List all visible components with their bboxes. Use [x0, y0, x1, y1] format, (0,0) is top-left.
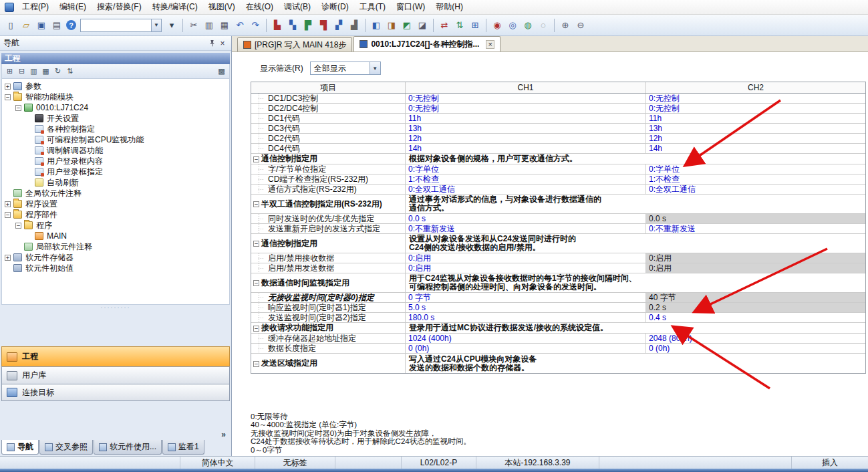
nav-collapse-all-icon[interactable]: ⊟ — [16, 66, 27, 77]
ch2-value-cell[interactable]: 2048 (800h) — [646, 334, 865, 343]
ch2-value-cell[interactable]: 0.0 s — [646, 214, 865, 223]
ch1-value-cell[interactable]: 0:无控制 — [406, 94, 646, 103]
menu-item[interactable]: 调试(B) — [279, 0, 316, 15]
ch2-value-cell[interactable]: 0:启用 — [646, 253, 865, 263]
tree-item-开关设置[interactable]: 开关设置 — [2, 113, 229, 124]
tree-item-全局软元件注释[interactable]: 全局软元件注释 — [2, 188, 229, 199]
ch1-value-cell[interactable]: 1024 (400h) — [406, 334, 646, 343]
expand-icon[interactable]: + — [5, 255, 11, 261]
ch1-value-cell[interactable]: 0 字节 — [406, 293, 646, 302]
ch2-value-cell[interactable]: 0:无控制 — [646, 104, 865, 113]
monitor-start-icon[interactable]: ◉ — [490, 18, 504, 33]
ch1-value-cell[interactable]: 180.0 s — [406, 313, 646, 322]
ch1-value-cell[interactable]: 0:全双工通信 — [406, 185, 646, 194]
tree-item-各种控制指定[interactable]: 各种控制指定 — [2, 124, 229, 134]
ch2-value-cell[interactable]: 0.2 s — [646, 303, 865, 312]
ch1-value-cell[interactable]: 1:不检查 — [406, 174, 646, 184]
ladder-coil-icon[interactable]: ▛ — [301, 18, 315, 33]
ch1-value-cell[interactable]: 12h — [406, 134, 646, 143]
chevron-down-icon[interactable]: ▼ — [370, 62, 380, 74]
read-from-plc-icon[interactable]: ⇅ — [452, 18, 467, 33]
ch2-value-cell[interactable]: 0:全双工通信 — [646, 185, 865, 194]
collapse-icon[interactable]: − — [253, 280, 259, 286]
expand-icon[interactable]: + — [5, 201, 11, 207]
tree-item-参数[interactable]: +参数 — [2, 81, 229, 92]
program-select-combo[interactable]: ▼ — [80, 19, 162, 32]
ch1-value-cell[interactable]: 0 (0h) — [406, 344, 646, 353]
tree-item-MAIN[interactable]: MAIN — [2, 231, 229, 241]
collapse-icon[interactable]: − — [15, 105, 21, 111]
ch2-value-cell[interactable]: 0:启用 — [646, 263, 865, 273]
undo-icon[interactable]: ↶ — [233, 18, 247, 33]
apply-selection-icon[interactable]: ▾ — [164, 18, 179, 33]
device-memory-icon[interactable]: ◪ — [415, 18, 430, 33]
collapse-icon[interactable]: − — [5, 212, 11, 218]
print-icon[interactable]: ▤ — [49, 18, 64, 33]
help-icon[interactable]: ? — [66, 20, 76, 30]
zoom-out-icon[interactable]: ⊖ — [573, 18, 588, 33]
tree-item-程序[interactable]: −程序 — [2, 220, 229, 231]
menu-item[interactable]: 工程(P) — [17, 0, 54, 15]
statement-icon[interactable]: ◨ — [384, 18, 399, 33]
ladder-convert-icon[interactable]: ▜ — [316, 18, 331, 33]
ch2-value-cell[interactable]: 0 (0h) — [646, 344, 865, 353]
menu-item[interactable]: 编辑(E) — [54, 0, 92, 15]
ch2-value-cell[interactable]: 0:无控制 — [646, 94, 865, 103]
menu-item[interactable]: 工具(T) — [354, 0, 391, 15]
ch2-value-cell[interactable]: 0:字单位 — [646, 164, 865, 174]
open-project-icon[interactable]: ▱ — [19, 18, 33, 33]
copy-icon[interactable]: ▥ — [202, 18, 216, 33]
tree-item-自动刷新[interactable]: 自动刷新 — [2, 177, 229, 188]
nav-settings-icon[interactable]: ▩ — [216, 66, 227, 77]
collapse-icon[interactable]: − — [253, 156, 259, 162]
ch2-value-cell[interactable]: 11h — [646, 114, 865, 123]
collapse-icon[interactable]: − — [253, 326, 259, 332]
collapse-icon[interactable]: − — [253, 241, 259, 247]
ch2-value-cell[interactable]: 13h — [646, 124, 865, 133]
nav-copy-icon[interactable]: ▥ — [28, 66, 39, 77]
doc-tab[interactable]: [PRG]R 写入 MAIN 418步 — [237, 37, 352, 51]
tree-item-软元件初始值[interactable]: 软元件初始值 — [2, 263, 229, 273]
menu-item[interactable]: 转换/编译(C) — [147, 0, 203, 15]
new-project-icon[interactable]: ▯ — [3, 18, 18, 33]
collapse-icon[interactable]: − — [253, 201, 259, 207]
cut-icon[interactable]: ✂ — [186, 18, 201, 33]
collapse-icon[interactable]: − — [15, 223, 21, 229]
nav-expand-all-icon[interactable]: ⊞ — [4, 66, 15, 77]
expand-icon[interactable]: + — [5, 84, 11, 90]
ch1-value-cell[interactable]: 0:启用 — [406, 263, 646, 273]
ch1-value-cell[interactable]: 5.0 s — [406, 303, 646, 312]
ch1-value-cell[interactable]: 0:无控制 — [406, 104, 646, 113]
close-icon[interactable]: × — [217, 38, 228, 49]
doc-tab[interactable]: 0010:LJ71C24[]-各种控制指...× — [353, 36, 500, 51]
ch1-value-cell[interactable]: 0:不重新发送 — [406, 224, 646, 233]
tree-item-局部软元件注释[interactable]: 局部软元件注释 — [2, 241, 229, 252]
tree-item-程序设置[interactable]: +程序设置 — [2, 199, 229, 209]
tree-item-调制解调器功能[interactable]: 调制解调器功能 — [2, 145, 229, 156]
ladder-close-contact-icon[interactable]: ▚ — [285, 18, 300, 33]
menu-item[interactable]: 帮助(H) — [430, 0, 468, 15]
ch1-value-cell[interactable]: 0:启用 — [406, 253, 646, 263]
view-button-用户库[interactable]: 用户库 — [1, 366, 230, 384]
panel-tab-监看1[interactable]: 监看1 — [162, 440, 204, 455]
view-button-工程[interactable]: 工程 — [1, 346, 230, 366]
tree-item-0010:LJ71C24[interactable]: −0010:LJ71C24 — [2, 102, 229, 113]
monitor-stop-icon[interactable]: ◎ — [505, 18, 520, 33]
tree-item-用户登录框内容[interactable]: 用户登录框内容 — [2, 156, 229, 166]
ch1-value-cell[interactable]: 0:字单位 — [406, 164, 646, 174]
close-icon[interactable]: × — [486, 40, 494, 49]
tree-item-用户登录框指定[interactable]: 用户登录框指定 — [2, 166, 229, 177]
save-icon[interactable]: ▣ — [34, 18, 49, 33]
zoom-in-icon[interactable]: ⊕ — [558, 18, 573, 33]
monitor-write-mode-icon[interactable]: ◍ — [521, 18, 535, 33]
ladder-delete-icon[interactable]: ▟ — [347, 18, 361, 33]
device-comment-icon[interactable]: ◧ — [369, 18, 384, 33]
chevron-down-icon[interactable]: ▼ — [151, 19, 161, 31]
nav-paste-icon[interactable]: ▦ — [40, 66, 51, 77]
ch2-value-cell[interactable]: 40 字节 — [646, 293, 865, 302]
verify-with-plc-icon[interactable]: ⊞ — [468, 18, 482, 33]
ch1-value-cell[interactable]: 11h — [406, 114, 646, 123]
ch2-value-cell[interactable]: 12h — [646, 134, 865, 143]
ch1-value-cell[interactable]: 14h — [406, 144, 646, 153]
panel-tab-软元件使用...[interactable]: 软元件使用... — [94, 440, 162, 455]
